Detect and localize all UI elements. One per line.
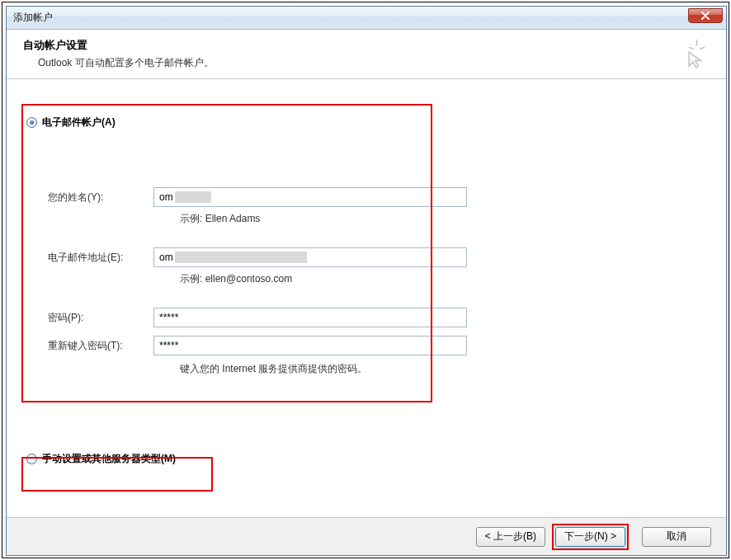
retype-password-field[interactable] (153, 336, 467, 355)
password-field[interactable] (153, 308, 467, 327)
add-account-dialog: 添加帐户 自动帐户设置 Outlook 可自动配置多个电子邮件帐户。 (6, 6, 727, 556)
wizard-header: 自动帐户设置 Outlook 可自动配置多个电子邮件帐户。 (7, 30, 726, 79)
radio-manual-setup[interactable]: 手动设置或其他服务器类型(M) (21, 452, 711, 466)
close-button[interactable] (688, 8, 723, 23)
svg-line-1 (689, 47, 694, 49)
password-label: 密码(P): (48, 311, 153, 325)
name-label: 您的姓名(Y): (48, 191, 153, 205)
page-subtitle: Outlook 可自动配置多个电子邮件帐户。 (23, 56, 675, 70)
email-label: 电子邮件地址(E): (48, 251, 153, 265)
retype-password-label: 重新键入密码(T): (48, 339, 153, 353)
title-bar: 添加帐户 (7, 7, 726, 30)
radio-label: 电子邮件帐户(A) (42, 115, 116, 129)
radio-input[interactable] (26, 454, 37, 464)
name-field[interactable]: om (153, 187, 467, 207)
radio-label: 手动设置或其他服务器类型(M) (42, 452, 176, 466)
next-button[interactable]: 下一步(N) > (555, 527, 625, 547)
close-icon (700, 12, 710, 20)
cursor-sparkle-icon (675, 38, 706, 69)
back-button[interactable]: < 上一步(B) (476, 527, 545, 547)
annotation-highlight-box: 下一步(N) > (552, 524, 629, 550)
name-example: 示例: Ellen Adams (48, 212, 711, 226)
password-hint: 键入您的 Internet 服务提供商提供的密码。 (48, 362, 711, 376)
email-example: 示例: ellen@contoso.com (48, 272, 711, 286)
cancel-button[interactable]: 取消 (642, 527, 711, 547)
redacted-text (175, 252, 307, 263)
page-title: 自动帐户设置 (23, 38, 675, 53)
radio-input[interactable] (26, 117, 37, 128)
svg-line-2 (700, 47, 705, 49)
content-area: 电子邮件帐户(A) 您的姓名(Y): om 示例: Ellen Adams 电子… (7, 79, 726, 517)
wizard-footer: < 上一步(B) 下一步(N) > 取消 (7, 517, 726, 555)
radio-email-account[interactable]: 电子邮件帐户(A) (21, 115, 711, 129)
redacted-text (175, 191, 211, 203)
window-title: 添加帐户 (13, 11, 53, 25)
email-field[interactable]: om (153, 247, 467, 267)
